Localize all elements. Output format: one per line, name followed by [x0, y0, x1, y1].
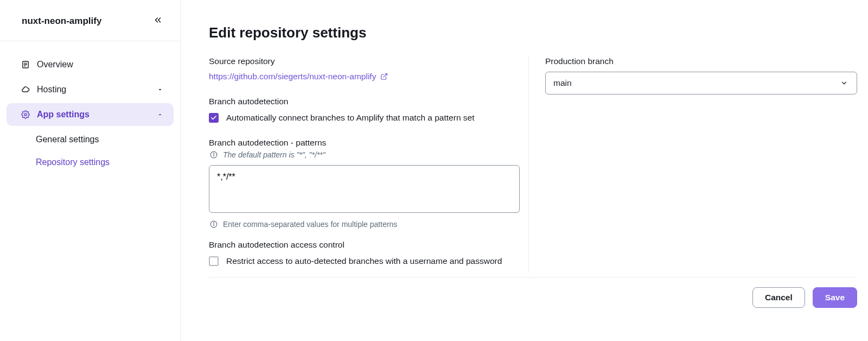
- form-body: Source repository https://github.com/sie…: [209, 56, 857, 273]
- chevron-down-icon: [839, 78, 849, 88]
- info-icon: [209, 150, 219, 160]
- branch-autodetection-checkbox[interactable]: [209, 113, 219, 123]
- production-branch-select[interactable]: main: [545, 72, 857, 94]
- patterns-footer-hint-row: Enter comma-separated values for multipl…: [209, 219, 518, 229]
- patterns-hint-row: The default pattern is "*", "*/**": [209, 150, 518, 160]
- sidebar-item-hosting[interactable]: Hosting: [7, 78, 174, 101]
- sidebar: nuxt-neon-amplify Overview Hosting: [0, 0, 181, 341]
- source-repository-label: Source repository: [209, 56, 518, 66]
- sidebar-item-label: Repository settings: [36, 157, 110, 167]
- sidebar-item-label: Hosting: [37, 85, 66, 94]
- branch-autodetection-checkbox-label: Automatically connect branches to Amplif…: [226, 113, 475, 123]
- app-settings-subnav: General settings Repository settings: [7, 128, 174, 174]
- caret-down-icon: [155, 85, 165, 94]
- left-column: Source repository https://github.com/sie…: [209, 56, 529, 273]
- sidebar-collapse-button[interactable]: [151, 13, 165, 29]
- sidebar-item-general-settings[interactable]: General settings: [7, 128, 174, 151]
- right-column: Production branch main: [545, 56, 857, 273]
- patterns-label: Branch autodetection - patterns: [209, 138, 518, 148]
- app-name: nuxt-neon-amplify: [22, 16, 101, 27]
- sidebar-item-app-settings[interactable]: App settings: [7, 103, 174, 126]
- chevron-double-left-icon: [153, 15, 163, 25]
- source-repository-link[interactable]: https://github.com/siegerts/nuxt-neon-am…: [209, 72, 389, 81]
- production-branch-value: main: [553, 78, 572, 88]
- sidebar-item-repository-settings[interactable]: Repository settings: [7, 151, 174, 174]
- access-control-label: Branch autodetection access control: [209, 240, 518, 250]
- access-control-checkbox[interactable]: [209, 256, 219, 266]
- svg-point-4: [24, 113, 27, 116]
- document-icon: [21, 60, 30, 70]
- main-content: Edit repository settings Source reposito…: [181, 0, 868, 341]
- form-footer: Cancel Save: [209, 277, 857, 308]
- source-repository-url: https://github.com/siegerts/nuxt-neon-am…: [209, 72, 376, 81]
- sidebar-item-label: App settings: [37, 110, 90, 119]
- sidebar-item-label: Overview: [37, 60, 73, 70]
- save-button[interactable]: Save: [813, 287, 857, 308]
- sidebar-header: nuxt-neon-amplify: [0, 0, 180, 41]
- production-branch-label: Production branch: [545, 56, 857, 66]
- svg-line-5: [384, 74, 387, 77]
- info-icon: [209, 219, 219, 229]
- branch-autodetection-checkbox-row[interactable]: Automatically connect branches to Amplif…: [209, 113, 518, 123]
- sidebar-item-overview[interactable]: Overview: [7, 53, 174, 76]
- page-title: Edit repository settings: [209, 24, 857, 41]
- access-control-checkbox-row[interactable]: Restrict access to auto-detected branche…: [209, 256, 518, 266]
- branch-autodetection-label: Branch autodetection: [209, 97, 518, 106]
- sidebar-item-label: General settings: [36, 135, 99, 144]
- patterns-footer-hint-text: Enter comma-separated values for multipl…: [223, 220, 397, 229]
- caret-up-icon: [155, 110, 165, 119]
- svg-point-11: [214, 223, 214, 223]
- gear-icon: [21, 110, 30, 119]
- patterns-hint-text: The default pattern is "*", "*/**": [223, 150, 326, 159]
- branch-autodetection-section: Branch autodetection Automatically conne…: [209, 97, 518, 123]
- patterns-section: Branch autodetection - patterns The defa…: [209, 138, 518, 229]
- access-control-section: Branch autodetection access control Rest…: [209, 240, 518, 266]
- access-control-checkbox-label: Restrict access to auto-detected branche…: [226, 256, 502, 266]
- external-link-icon: [379, 72, 389, 81]
- sidebar-nav: Overview Hosting App settings: [0, 41, 180, 186]
- svg-point-8: [214, 153, 214, 154]
- patterns-textarea[interactable]: [209, 165, 520, 213]
- cancel-button[interactable]: Cancel: [752, 287, 805, 308]
- cloud-icon: [21, 85, 30, 94]
- source-repository-section: Source repository https://github.com/sie…: [209, 56, 518, 81]
